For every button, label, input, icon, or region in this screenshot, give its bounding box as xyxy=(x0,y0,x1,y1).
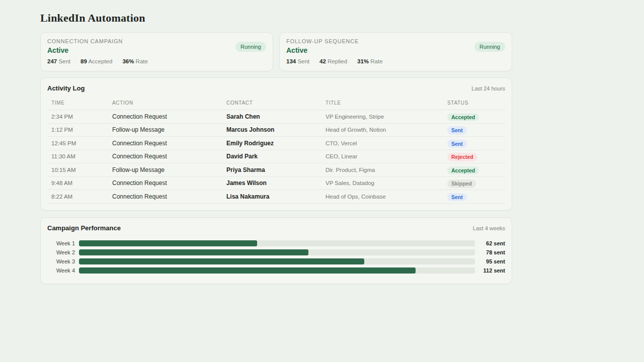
bar-category-label: Week 2 xyxy=(47,249,75,255)
cell-title: VP Engineering, Stripe xyxy=(326,114,447,120)
status-badge: Sent xyxy=(447,140,467,148)
bar-track xyxy=(79,240,475,246)
stat-label: Rate xyxy=(370,58,382,64)
table-row[interactable]: 11:30 AMConnection RequestDavid ParkCEO,… xyxy=(47,150,505,164)
stat-value: 36% xyxy=(122,58,134,64)
cell-action: Connection Request xyxy=(112,179,226,187)
cell-status: Sent xyxy=(447,125,505,135)
cell-title: VP Sales, Datadog xyxy=(326,180,447,186)
page-title: LinkedIn Automation xyxy=(40,12,512,25)
cell-status: Skipped xyxy=(447,178,505,188)
activity-table-header: TIME ACTION CONTACT TITLE STATUS xyxy=(47,98,505,110)
table-row[interactable]: 12:45 PMConnection RequestEmily Rodrigue… xyxy=(47,137,505,150)
cell-action: Follow-up Message xyxy=(112,126,226,133)
activity-log-title: Activity Log xyxy=(47,84,85,92)
cell-status: Accepted xyxy=(447,112,505,122)
bar-row: Week 395 sent xyxy=(47,257,505,266)
stat-value: 134 xyxy=(286,58,296,64)
column-header-status: STATUS xyxy=(447,100,505,106)
status-badge: Skipped xyxy=(447,179,476,188)
performance-title: Campaign Performance xyxy=(47,224,121,232)
column-header-action: ACTION xyxy=(112,100,226,106)
bar-row: Week 278 sent xyxy=(47,248,505,257)
stat-label: Accepted xyxy=(88,58,112,64)
stat-value: 31% xyxy=(357,58,369,64)
stat-label: Replied xyxy=(328,58,347,64)
card-stats: 134 Sent 42 Replied 31% Rate xyxy=(286,58,505,64)
bar-fill xyxy=(79,258,364,264)
status-badge: Rejected xyxy=(447,153,477,161)
bar-value-label: 95 sent xyxy=(479,258,505,264)
bar-fill xyxy=(79,240,257,246)
cell-time: 2:34 PM xyxy=(51,114,112,120)
activity-log-panel: Activity Log Last 24 hours TIME ACTION C… xyxy=(40,77,512,211)
main-content: LinkedIn Automation CONNECTION CAMPAIGN … xyxy=(40,0,512,284)
bar-track xyxy=(79,267,475,274)
bar-row: Week 162 sent xyxy=(47,239,505,248)
followup-sequence-card[interactable]: FOLLOW-UP SEQUENCE Active 134 Sent 42 Re… xyxy=(279,32,512,71)
cell-title: CTO, Vercel xyxy=(326,140,447,146)
table-row[interactable]: 1:12 PMFollow-up MessageMarcus JohnsonHe… xyxy=(47,124,505,137)
cell-contact: Emily Rodriguez xyxy=(226,140,326,147)
connection-campaign-card[interactable]: CONNECTION CAMPAIGN Active 247 Sent 89 A… xyxy=(40,32,273,71)
cell-status: Sent xyxy=(447,192,505,202)
bar-category-label: Week 3 xyxy=(47,258,75,264)
bar-fill xyxy=(79,249,308,255)
cell-contact: Lisa Nakamura xyxy=(226,193,326,200)
cell-time: 9:48 AM xyxy=(51,180,112,186)
table-row[interactable]: 8:22 AMConnection RequestLisa NakamuraHe… xyxy=(47,190,505,204)
stat-label: Sent xyxy=(58,58,70,64)
bar-category-label: Week 1 xyxy=(47,240,75,246)
status-badge: Sent xyxy=(447,126,467,135)
stat-value: 42 xyxy=(319,58,326,64)
table-row[interactable]: 2:34 PMConnection RequestSarah ChenVP En… xyxy=(47,110,505,124)
activity-log-range: Last 24 hours xyxy=(471,85,505,92)
card-state: Active xyxy=(286,46,505,54)
running-status-badge: Running xyxy=(235,42,266,52)
performance-range: Last 4 weeks xyxy=(473,225,505,231)
card-state: Active xyxy=(47,46,266,54)
stat-label: Sent xyxy=(297,58,309,64)
card-stats: 247 Sent 89 Accepted 36% Rate xyxy=(47,58,266,64)
bar-fill xyxy=(79,267,416,274)
cell-time: 1:12 PM xyxy=(51,127,112,133)
cell-action: Connection Request xyxy=(112,193,226,200)
stat-label: Rate xyxy=(136,58,148,64)
activity-log-header: Activity Log Last 24 hours xyxy=(47,84,505,92)
cell-contact: Priya Sharma xyxy=(226,166,326,173)
bar-track xyxy=(79,258,475,264)
status-badge: Accepted xyxy=(447,113,479,122)
table-row[interactable]: 9:48 AMConnection RequestJames WilsonVP … xyxy=(47,177,505,191)
bar-row: Week 4112 sent xyxy=(47,266,505,275)
stat-value: 89 xyxy=(80,58,87,64)
cell-title: Head of Growth, Notion xyxy=(326,127,447,133)
card-kicker: FOLLOW-UP SEQUENCE xyxy=(286,38,505,44)
table-row[interactable]: 10:15 AMFollow-up MessagePriya SharmaDir… xyxy=(47,163,505,177)
cell-status: Rejected xyxy=(447,152,505,161)
cell-action: Connection Request xyxy=(112,140,226,147)
cell-time: 10:15 AM xyxy=(51,167,112,173)
performance-chart: Week 162 sentWeek 278 sentWeek 395 sentW… xyxy=(47,238,505,277)
bar-value-label: 78 sent xyxy=(479,249,505,255)
cell-time: 8:22 AM xyxy=(51,194,112,200)
cell-time: 11:30 AM xyxy=(51,153,112,159)
campaign-cards-row: CONNECTION CAMPAIGN Active 247 Sent 89 A… xyxy=(40,32,512,71)
cell-action: Follow-up Message xyxy=(112,166,226,173)
cell-action: Connection Request xyxy=(112,153,226,160)
cell-status: Accepted xyxy=(447,165,505,175)
cell-contact: James Wilson xyxy=(226,179,326,187)
bar-category-label: Week 4 xyxy=(47,267,75,274)
cell-action: Connection Request xyxy=(112,113,226,120)
cell-contact: Sarah Chen xyxy=(226,113,326,120)
cell-title: Head of Ops, Coinbase xyxy=(326,194,447,200)
status-badge: Sent xyxy=(447,193,467,202)
card-kicker: CONNECTION CAMPAIGN xyxy=(47,38,266,44)
running-status-badge: Running xyxy=(474,42,505,52)
bar-track xyxy=(79,249,475,255)
campaign-performance-panel: Campaign Performance Last 4 weeks Week 1… xyxy=(40,217,512,284)
bar-value-label: 112 sent xyxy=(479,267,505,274)
cell-title: CEO, Linear xyxy=(326,153,447,159)
cell-time: 12:45 PM xyxy=(51,140,112,146)
cell-contact: Marcus Johnson xyxy=(226,126,326,133)
bar-value-label: 62 sent xyxy=(479,240,505,246)
